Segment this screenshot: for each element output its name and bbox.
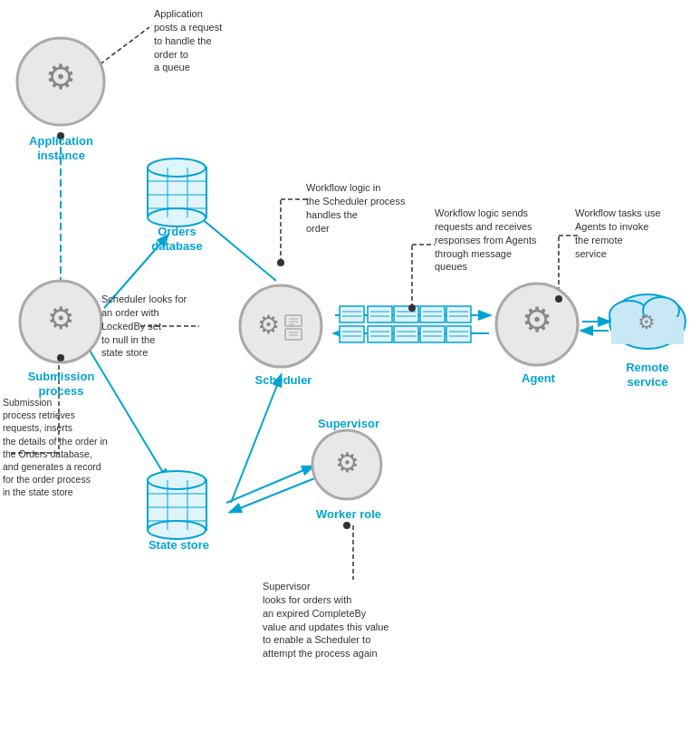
workflow-logic-agent-annotation: Workflow logic sendsrequests and receive… (435, 207, 537, 274)
svg-text:⚙: ⚙ (335, 447, 360, 477)
svg-text:⚙: ⚙ (638, 311, 656, 333)
svg-point-81 (148, 471, 206, 489)
svg-point-93 (408, 304, 416, 312)
application-instance-label: Applicationinstance (18, 134, 104, 162)
svg-point-94 (555, 295, 562, 303)
svg-rect-58 (340, 326, 364, 342)
scheduler-looks-annotation: Scheduler looks foran order withLockedBy… (101, 293, 187, 360)
svg-rect-55 (446, 306, 471, 322)
svg-rect-52 (420, 306, 445, 322)
app-posts-annotation: Applicationposts a requestto handle theo… (154, 7, 222, 74)
svg-text:⚙: ⚙ (47, 301, 74, 335)
orders-database-label: Ordersdatabase (148, 225, 206, 253)
diagram-container: ⚙ ⚙ ⚙ (0, 0, 700, 741)
svg-point-95 (343, 522, 350, 529)
svg-text:⚙: ⚙ (45, 58, 76, 96)
svg-point-25 (148, 159, 206, 177)
workflow-logic-scheduler-annotation: Workflow logic inthe Scheduler processha… (306, 181, 405, 235)
svg-text:⚙: ⚙ (522, 301, 552, 339)
svg-line-8 (195, 213, 276, 281)
worker-role-label: Worker role (308, 507, 389, 521)
workflow-tasks-annotation: Workflow tasks useAgents to invokethe re… (575, 207, 661, 260)
svg-rect-46 (368, 306, 392, 322)
submission-process-label: Submissionprocess (9, 370, 113, 398)
supervisor-label: Supervisor (308, 417, 389, 430)
supervisor-looks-annotation: Supervisorlooks for orders withan expire… (263, 580, 457, 660)
svg-rect-70 (446, 326, 471, 342)
remote-service-label: Remoteservice (611, 361, 684, 389)
state-store-label: State store (145, 538, 213, 552)
svg-text:⚙: ⚙ (257, 311, 280, 339)
scheduler-label: Scheduler (243, 373, 324, 387)
svg-rect-67 (420, 326, 445, 342)
svg-rect-61 (368, 326, 392, 342)
svg-rect-64 (394, 326, 418, 342)
svg-point-91 (57, 354, 64, 361)
svg-point-26 (148, 208, 206, 226)
agent-label: Agent (513, 371, 563, 385)
svg-point-82 (148, 521, 206, 539)
svg-point-34 (240, 285, 321, 367)
submission-retrieves-annotation: Submissionprocess retrievesrequests, ins… (3, 396, 111, 498)
svg-point-92 (277, 259, 284, 266)
svg-rect-43 (340, 306, 364, 322)
